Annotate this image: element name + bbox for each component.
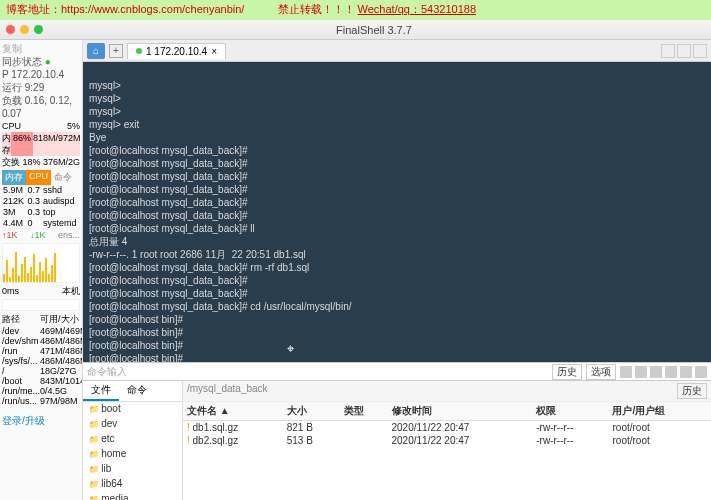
window-titlebar: FinalShell 3.7.7 bbox=[0, 20, 711, 40]
tab-files[interactable]: 文件 bbox=[83, 381, 119, 401]
tab-commands[interactable]: 命令 bbox=[119, 381, 155, 401]
disk-table: 路径可用/大小 /dev469M/469M /dev/shm486M/486M … bbox=[2, 313, 83, 406]
home-icon[interactable]: ⌂ bbox=[87, 43, 105, 59]
tool-icon[interactable] bbox=[650, 366, 662, 378]
tool-icon[interactable] bbox=[665, 366, 677, 378]
col-owner[interactable]: 用户/用户组 bbox=[608, 402, 711, 421]
menu-icon[interactable] bbox=[693, 44, 707, 58]
col-size[interactable]: 大小 bbox=[283, 402, 341, 421]
close-tab-icon[interactable]: × bbox=[211, 46, 217, 57]
tree-item[interactable]: dev bbox=[89, 417, 182, 432]
path-breadcrumb[interactable]: /mysql_data_back bbox=[187, 383, 268, 399]
history-button[interactable]: 历史 bbox=[552, 364, 582, 380]
file-row[interactable]: ! db1.sql.gz 821 B 2020/11/22 20:47 -rw-… bbox=[183, 421, 711, 435]
maximize-icon[interactable] bbox=[34, 25, 43, 34]
col-name[interactable]: 文件名 ▲ bbox=[183, 402, 283, 421]
file-tree[interactable]: 文件 命令 boot dev etc home lib lib64 media … bbox=[83, 381, 183, 500]
app-title: FinalShell 3.7.7 bbox=[43, 24, 705, 36]
file-icon: ! bbox=[187, 422, 190, 433]
col-type[interactable]: 类型 bbox=[340, 402, 387, 421]
tree-item[interactable]: lib bbox=[89, 462, 182, 477]
layout-icon[interactable] bbox=[661, 44, 675, 58]
network-graph bbox=[2, 243, 80, 283]
tree-item[interactable]: etc bbox=[89, 432, 182, 447]
tool-icon[interactable] bbox=[635, 366, 647, 378]
process-table: 5.9M0.7sshd 212K0.3audispd 3M0.3top 4.4M… bbox=[2, 185, 80, 229]
tool-icon[interactable] bbox=[620, 366, 632, 378]
tree-item[interactable]: lib64 bbox=[89, 477, 182, 492]
metric-tabs[interactable]: 内存 CPU 命令 bbox=[2, 170, 80, 185]
status-dot-icon bbox=[136, 48, 142, 54]
system-sidebar: 复制 同步状态 ● P 172.20.10.4 运行 9:29 负载 0.16,… bbox=[0, 40, 83, 500]
minimize-icon[interactable] bbox=[20, 25, 29, 34]
command-input-bar[interactable]: 命令输入 历史 选项 bbox=[83, 362, 711, 380]
login-link[interactable]: 登录/升级 bbox=[2, 414, 80, 428]
file-icon: ! bbox=[187, 435, 190, 446]
tree-item[interactable]: home bbox=[89, 447, 182, 462]
latency-graph bbox=[2, 299, 80, 311]
new-tab-button[interactable]: + bbox=[109, 44, 123, 58]
col-perm[interactable]: 权限 bbox=[532, 402, 608, 421]
file-list: /mysql_data_back 历史 文件名 ▲ 大小 类型 修改时间 权限 … bbox=[183, 381, 711, 500]
command-input[interactable]: 命令输入 bbox=[87, 365, 127, 379]
tool-icon[interactable] bbox=[680, 366, 692, 378]
copy-label[interactable]: 复制 bbox=[2, 42, 80, 55]
close-icon[interactable] bbox=[6, 25, 15, 34]
file-row[interactable]: ! db2.sql.gz 513 B 2020/11/22 20:47 -rw-… bbox=[183, 434, 711, 447]
options-button[interactable]: 选项 bbox=[586, 364, 616, 380]
session-tab[interactable]: 1 172.20.10.4 × bbox=[127, 43, 226, 59]
layout-icon[interactable] bbox=[677, 44, 691, 58]
ip-label: P 172.20.10.4 bbox=[2, 68, 80, 81]
tab-bar: ⌂ + 1 172.20.10.4 × bbox=[83, 40, 711, 62]
mouse-cursor-icon: ⌖ bbox=[287, 342, 294, 355]
watermark-banner: 博客地址：https://www.cnblogs.com/chenyanbin/… bbox=[0, 0, 711, 20]
tree-item[interactable]: boot bbox=[89, 402, 182, 417]
tree-item[interactable]: media bbox=[89, 492, 182, 500]
col-mtime[interactable]: 修改时间 bbox=[388, 402, 533, 421]
terminal[interactable]: mysql> mysql> mysql> mysql> exit Bye [ro… bbox=[83, 62, 711, 362]
tool-icon[interactable] bbox=[695, 366, 707, 378]
history-button[interactable]: 历史 bbox=[677, 383, 707, 399]
